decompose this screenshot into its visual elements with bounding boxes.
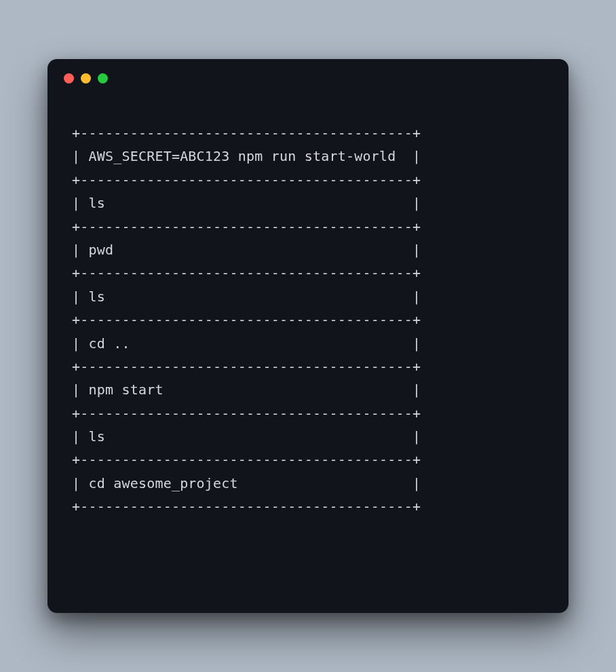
titlebar xyxy=(47,59,569,97)
terminal-window: +---------------------------------------… xyxy=(47,59,569,613)
maximize-icon[interactable] xyxy=(98,73,108,83)
minimize-icon[interactable] xyxy=(81,73,91,83)
close-icon[interactable] xyxy=(64,73,74,83)
terminal-output[interactable]: +---------------------------------------… xyxy=(47,97,569,613)
